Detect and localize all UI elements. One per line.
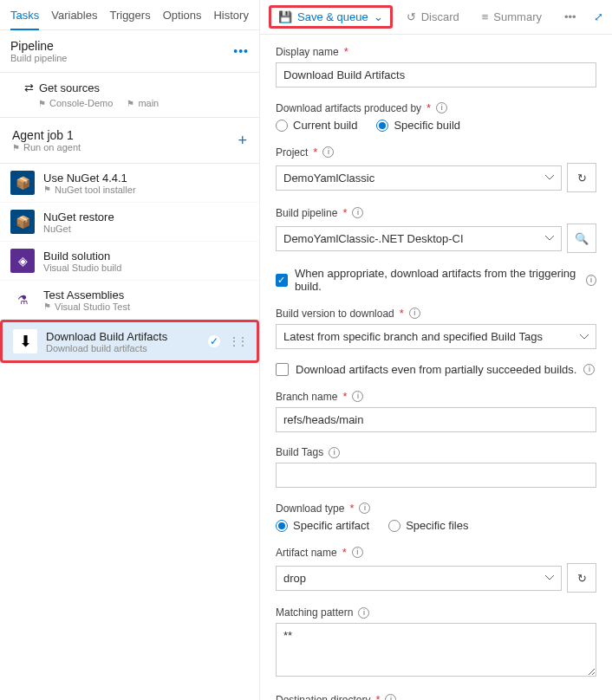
dl-partial-checkbox[interactable] (276, 363, 289, 376)
required-icon: * (400, 307, 404, 320)
task-icon: ⬇ (13, 329, 37, 353)
build-pipeline-select[interactable]: DemoYamlClassic-.NET Desktop-CI (276, 226, 562, 251)
task-icon: 📦 (10, 210, 35, 234)
radio-icon (388, 520, 400, 532)
toolbar: 💾 Save & queue ⌄ ↺ Discard ≡ Summary •••… (260, 0, 612, 35)
toolbar-more-icon[interactable]: ••• (556, 7, 585, 27)
info-icon[interactable]: i (352, 547, 363, 558)
info-icon[interactable]: i (586, 275, 596, 286)
expand-icon[interactable]: ⤢ (594, 10, 603, 23)
drag-handle-icon[interactable]: ⋮⋮ (229, 340, 246, 343)
task-subtitle: NuGet (43, 224, 114, 234)
task-item-2[interactable]: ◈Build solutionVisual Studio build (0, 242, 259, 281)
required-icon: * (344, 45, 348, 58)
produced-by-current[interactable]: Current build (276, 119, 357, 132)
info-icon[interactable]: i (322, 146, 334, 158)
pipeline-tabs: Tasks Variables Triggers Options History (0, 0, 259, 30)
task-title: Test Assemblies (43, 288, 130, 301)
task-title: Build solution (43, 250, 121, 262)
produced-by-specific[interactable]: Specific build (376, 119, 460, 132)
build-version-label: Build version to download (276, 308, 394, 320)
display-name-input[interactable] (276, 62, 596, 88)
info-icon[interactable]: i (385, 694, 396, 700)
task-icon: 📦 (10, 171, 35, 195)
matching-pattern-input[interactable]: ** (276, 623, 596, 677)
chevron-down-icon: ⌄ (374, 10, 383, 23)
summary-label: Summary (493, 10, 542, 23)
task-icon: ◈ (10, 249, 35, 273)
save-icon: 💾 (278, 10, 292, 23)
sources-icon: ⇄ (24, 81, 34, 94)
get-sources[interactable]: ⇄ Get sources Console-Demo main (0, 73, 259, 118)
pipeline-subtitle: Build pipeline (10, 53, 67, 63)
info-icon[interactable]: i (358, 607, 369, 619)
when-appropriate-checkbox[interactable] (276, 274, 288, 287)
branch-name-label: Branch name (276, 391, 337, 403)
task-title: NuGet restore (43, 211, 114, 224)
task-subtitle: Download build artifacts (46, 343, 167, 353)
right-panel: 💾 Save & queue ⌄ ↺ Discard ≡ Summary •••… (260, 0, 612, 700)
tab-variables[interactable]: Variables (51, 5, 97, 29)
task-item-3[interactable]: ⚗Test AssembliesVisual Studio Test (0, 281, 259, 320)
when-appropriate-label: When appropriate, download artifacts fro… (295, 267, 579, 293)
radio-icon (376, 120, 388, 132)
search-pipeline-icon[interactable]: 🔍 (567, 224, 596, 253)
discard-button[interactable]: ↺ Discard (398, 7, 468, 27)
agent-job[interactable]: Agent job 1 Run on agent + (0, 118, 259, 164)
required-icon: * (349, 502, 354, 515)
task-title: Download Build Artifacts (46, 330, 167, 343)
info-icon[interactable]: i (409, 308, 420, 319)
left-panel: Tasks Variables Triggers Options History… (0, 0, 260, 700)
branch-name-input[interactable] (276, 407, 596, 432)
agent-title: Agent job 1 (12, 128, 81, 142)
summary-icon: ≡ (482, 10, 489, 23)
add-task-icon[interactable]: + (238, 132, 247, 150)
dest-dir-label: Destination directory (276, 694, 370, 701)
info-icon[interactable]: i (352, 207, 363, 218)
save-queue-label: Save & queue (297, 10, 368, 23)
required-icon: * (426, 101, 431, 114)
tab-options[interactable]: Options (163, 5, 202, 29)
info-icon[interactable]: i (436, 102, 447, 113)
radio-icon (276, 120, 288, 132)
task-item-4[interactable]: ⬇Download Build ArtifactsDownload build … (0, 320, 259, 363)
build-tags-label: Build Tags (276, 446, 323, 458)
produced-by-label: Download artifacts produced by (276, 102, 421, 114)
info-icon[interactable]: i (352, 391, 363, 402)
task-subtitle: Visual Studio build (43, 262, 121, 273)
check-icon: ✓ (208, 335, 220, 347)
dl-partial-label: Download artifacts even from partially s… (296, 363, 576, 376)
pipeline-title: Pipeline (10, 39, 67, 53)
required-icon: * (342, 546, 347, 559)
build-pipeline-label: Build pipeline (276, 207, 337, 219)
tab-history[interactable]: History (213, 5, 248, 29)
download-type-artifact[interactable]: Specific artifact (276, 519, 369, 532)
info-icon[interactable]: i (329, 447, 340, 458)
task-item-1[interactable]: 📦NuGet restoreNuGet (0, 203, 259, 242)
info-icon[interactable]: i (359, 502, 370, 514)
build-version-select[interactable]: Latest from specific branch and specifie… (276, 324, 596, 349)
sources-repo: Console-Demo (38, 98, 113, 108)
radio-icon (276, 520, 288, 532)
tab-triggers[interactable]: Triggers (109, 5, 150, 29)
info-icon[interactable]: i (583, 364, 595, 375)
tab-tasks[interactable]: Tasks (10, 5, 39, 30)
discard-label: Discard (421, 10, 459, 23)
task-item-0[interactable]: 📦Use NuGet 4.4.1NuGet tool installer (0, 164, 259, 203)
save-queue-button[interactable]: 💾 Save & queue ⌄ (269, 5, 393, 29)
artifact-name-label: Artifact name (276, 547, 337, 559)
summary-button[interactable]: ≡ Summary (473, 7, 550, 27)
required-icon: * (342, 206, 347, 219)
artifact-name-select[interactable]: drop (276, 566, 562, 591)
task-subtitle: Visual Studio Test (43, 301, 130, 312)
pipeline-header[interactable]: Pipeline Build pipeline ••• (0, 30, 259, 73)
pipeline-more-icon[interactable]: ••• (233, 44, 249, 58)
refresh-artifact-icon[interactable]: ↻ (567, 563, 596, 593)
build-tags-input[interactable] (276, 463, 596, 488)
download-type-files[interactable]: Specific files (388, 519, 468, 532)
sources-title: Get sources (39, 81, 100, 94)
download-type-label: Download type (276, 502, 344, 515)
project-select[interactable]: DemoYamlClassic (276, 165, 562, 191)
refresh-project-icon[interactable]: ↻ (567, 163, 596, 192)
task-icon: ⚗ (10, 288, 35, 312)
